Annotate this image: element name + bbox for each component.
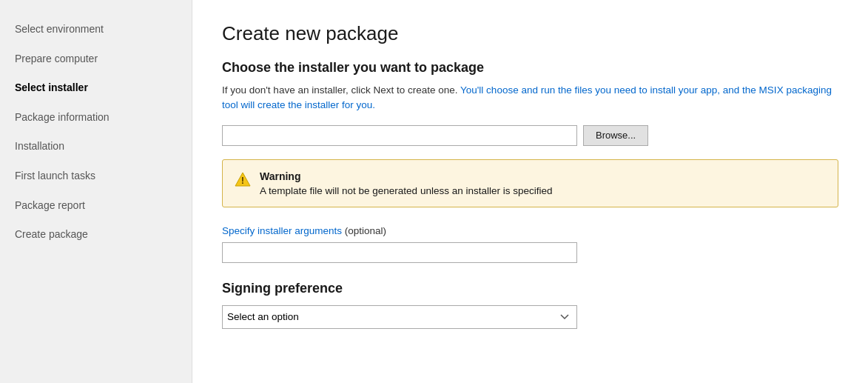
signing-heading: Signing preference (222, 281, 838, 296)
section-heading: Choose the installer you want to package (222, 60, 838, 76)
warning-icon: ! (235, 171, 251, 187)
browse-button[interactable]: Browse... (583, 125, 648, 146)
optional-label: Specify installer arguments (optional) (222, 225, 838, 236)
sidebar-item-prepare-computer[interactable]: Prepare computer (0, 44, 192, 74)
warning-message: A template file will not be generated un… (260, 185, 552, 196)
sidebar-item-package-information[interactable]: Package information (0, 103, 192, 133)
optional-suffix: (optional) (342, 225, 386, 236)
sidebar-item-create-package[interactable]: Create package (0, 220, 192, 250)
sidebar-item-select-installer[interactable]: Select installer (0, 73, 192, 103)
sidebar-item-package-report[interactable]: Package report (0, 191, 192, 221)
sidebar-item-installation[interactable]: Installation (0, 132, 192, 161)
main-content: Create new package Choose the installer … (192, 0, 868, 383)
signing-preference-select[interactable]: Select an optionSign with a certificate … (222, 305, 577, 329)
sidebar-item-first-launch-tasks[interactable]: First launch tasks (0, 161, 192, 191)
warning-content: Warning A template file will not be gene… (260, 170, 552, 196)
installer-args-input[interactable] (222, 242, 577, 263)
svg-text:!: ! (241, 175, 244, 186)
description-text: If you don't have an installer, click Ne… (222, 83, 838, 113)
warning-title: Warning (260, 170, 552, 182)
installer-path-input[interactable] (222, 125, 577, 146)
sidebar: Select environmentPrepare computerSelect… (0, 0, 192, 383)
page-title: Create new package (222, 22, 838, 45)
warning-box: ! Warning A template file will not be ge… (222, 159, 838, 207)
installer-row: Browse... (222, 125, 838, 146)
optional-label-text: Specify installer arguments (222, 225, 342, 236)
sidebar-item-select-environment[interactable]: Select environment (0, 15, 192, 44)
description-link: You'll choose and run the files you need… (222, 84, 832, 110)
